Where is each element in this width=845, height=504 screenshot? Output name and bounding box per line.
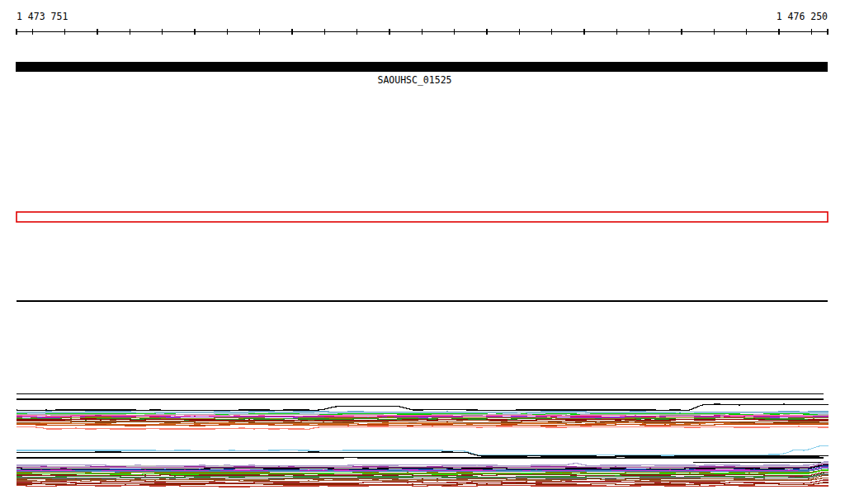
feature-label[interactable]: SAOUHSC_01525 bbox=[0, 74, 829, 86]
plot-series bbox=[17, 458, 824, 459]
plot-series bbox=[17, 412, 828, 412]
feature-bar[interactable] bbox=[16, 62, 828, 72]
plot-series bbox=[17, 446, 828, 456]
selection-rectangle[interactable] bbox=[17, 212, 828, 222]
plot-series bbox=[17, 423, 828, 425]
plot-series bbox=[17, 426, 828, 430]
genome-browser-window: 1 473 751 1 476 250 SAOUHSC_01525 bbox=[0, 0, 845, 504]
plot-series bbox=[17, 486, 828, 488]
upper-coverage-plots[interactable] bbox=[17, 394, 828, 430]
plot-series bbox=[17, 404, 828, 411]
lower-coverage-plots[interactable] bbox=[17, 446, 828, 488]
plot-series bbox=[17, 452, 828, 457]
